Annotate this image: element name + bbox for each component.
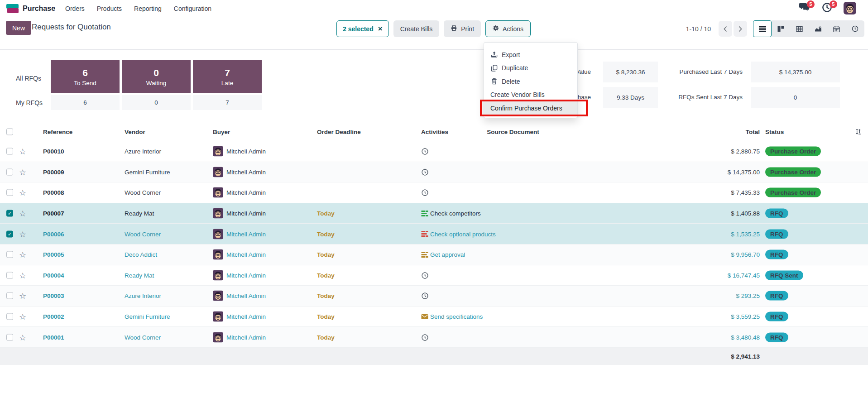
favorite-star-icon[interactable]: ☆ [19, 229, 26, 239]
table-row[interactable]: ☆ P00001 Wood Corner Mitchell Admin Toda… [0, 327, 868, 348]
actions-menu-item[interactable]: Duplicate [484, 62, 577, 75]
clock-icon [421, 292, 429, 300]
activity-cell[interactable]: Send specifications [421, 313, 483, 320]
row-checkbox[interactable] [6, 148, 13, 155]
rfq-stat-card-my[interactable]: 6 [51, 95, 120, 110]
print-button[interactable]: Print [444, 20, 481, 37]
all-rfqs-label[interactable]: All RFQs [16, 75, 41, 82]
deadline-cell: Today [317, 272, 335, 278]
rfq-stat-card[interactable]: 0 Waiting [122, 60, 191, 93]
total-cell: $ 2,880.75 [675, 148, 760, 155]
actions-menu-item[interactable]: Confirm Purchase Orders [484, 101, 577, 115]
buyer-cell: Mitchell Admin [213, 249, 266, 260]
row-checkbox[interactable] [6, 334, 13, 340]
actions-menu-item[interactable]: Export [484, 48, 577, 62]
column-header[interactable]: Buyer [213, 128, 230, 135]
calendar-view-icon[interactable] [827, 20, 846, 37]
pivot-view-icon[interactable] [790, 20, 809, 37]
activity-cell[interactable]: Check competitors [421, 210, 481, 217]
status-badge: Purchase Order [765, 188, 821, 197]
row-checkbox[interactable] [6, 189, 13, 196]
activity-cell[interactable]: Check optional products [421, 230, 496, 237]
create-bills-button[interactable]: Create Bills [393, 20, 440, 37]
rfq-stat-card[interactable]: 6 To Send [51, 60, 120, 93]
buyer-cell: Mitchell Admin [213, 208, 266, 219]
nav-menu-item[interactable]: Orders [65, 5, 85, 12]
new-button[interactable]: New [6, 21, 31, 35]
row-checkbox[interactable] [6, 168, 13, 175]
table-row[interactable]: ☆ P00010 Azure Interior Mitchell Admin $… [0, 141, 868, 162]
table-row[interactable]: ✓ ☆ P00006 Wood Corner Mitchell Admin To… [0, 224, 868, 244]
nav-menu-item[interactable]: Configuration [174, 5, 211, 12]
row-checkbox[interactable] [6, 313, 13, 320]
rfq-stat-card[interactable]: 7 Late [193, 60, 262, 93]
favorite-star-icon[interactable]: ☆ [19, 270, 26, 280]
favorite-star-icon[interactable]: ☆ [19, 250, 26, 259]
actions-menu-item[interactable]: Create Vendor Bills [484, 88, 577, 102]
pager-previous-button[interactable] [719, 21, 732, 37]
buyer-avatar [213, 146, 223, 157]
table-row[interactable]: ☆ P00003 Azure Interior Mitchell Admin T… [0, 286, 868, 307]
row-checkbox[interactable] [6, 251, 13, 258]
favorite-star-icon[interactable]: ☆ [19, 332, 26, 342]
column-header[interactable]: Order Deadline [317, 128, 361, 135]
activity-cell[interactable]: Get approval [421, 251, 465, 258]
table-row[interactable]: ☆ P00004 Ready Mat Mitchell Admin Today … [0, 265, 868, 286]
row-checkbox[interactable] [6, 272, 13, 278]
messages-icon[interactable]: 5 [798, 2, 810, 14]
favorite-star-icon[interactable]: ☆ [19, 209, 26, 218]
nav-menu-item[interactable]: Products [97, 5, 122, 12]
clear-selection-icon[interactable]: × [378, 25, 383, 33]
table-row[interactable]: ☆ P00008 Wood Corner Mitchell Admin $ 7,… [0, 182, 868, 203]
actions-menu-item[interactable]: Delete [484, 75, 577, 88]
app-name[interactable]: Purchase [23, 5, 55, 13]
adjust-columns-icon[interactable] [855, 128, 862, 135]
favorite-star-icon[interactable]: ☆ [19, 291, 26, 301]
selected-count-chip[interactable]: 2 selected × [336, 20, 389, 37]
user-avatar[interactable] [844, 2, 856, 14]
upload-icon [490, 51, 498, 58]
row-checkbox[interactable]: ✓ [6, 210, 13, 217]
column-header[interactable]: Source Document [481, 128, 545, 135]
activity-cell[interactable] [421, 168, 431, 176]
rfq-stat-card-my[interactable]: 7 [193, 95, 262, 110]
column-header[interactable]: Status [765, 128, 784, 135]
favorite-star-icon[interactable]: ☆ [19, 147, 26, 156]
column-header[interactable]: Vendor [125, 128, 145, 135]
kanban-view-icon[interactable] [772, 20, 790, 37]
rfq-stat-card-my[interactable]: 0 [122, 95, 191, 110]
list-green-icon [421, 210, 428, 216]
my-rfqs-label[interactable]: My RFQs [16, 99, 43, 106]
reference-cell: P00006 [43, 230, 64, 237]
buyer-cell: Mitchell Admin [213, 291, 266, 301]
table-body: ☆ P00010 Azure Interior Mitchell Admin $… [0, 141, 868, 348]
activity-cell[interactable] [421, 148, 431, 155]
activity-cell[interactable] [421, 189, 431, 196]
table-row[interactable]: ✓ ☆ P00007 Ready Mat Mitchell Admin Toda… [0, 203, 868, 224]
favorite-star-icon[interactable]: ☆ [19, 167, 26, 177]
odoo-logo-icon[interactable] [6, 4, 19, 14]
activity-cell[interactable] [421, 292, 431, 300]
table-row[interactable]: ☆ P00009 Gemini Furniture Mitchell Admin… [0, 162, 868, 183]
column-header[interactable]: Activities [421, 128, 448, 135]
activity-cell[interactable] [421, 333, 431, 341]
table-row[interactable]: ☆ P00005 Deco Addict Mitchell Admin Toda… [0, 244, 868, 265]
list-view-icon[interactable] [753, 20, 772, 37]
activity-view-icon[interactable] [846, 20, 864, 37]
column-header[interactable]: Total [675, 128, 760, 135]
pager-next-button[interactable] [734, 21, 747, 37]
column-header[interactable]: Reference [43, 128, 72, 135]
nav-menu-item[interactable]: Reporting [134, 5, 162, 12]
rfq-card-column: 0 Waiting 0 [122, 60, 191, 110]
favorite-star-icon[interactable]: ☆ [19, 312, 26, 321]
graph-view-icon[interactable] [809, 20, 827, 37]
activities-clock-icon[interactable]: 5 [821, 2, 833, 14]
row-checkbox[interactable] [6, 292, 13, 299]
actions-button[interactable]: Actions [485, 20, 531, 37]
favorite-star-icon[interactable]: ☆ [19, 188, 26, 197]
table-row[interactable]: ☆ P00002 Gemini Furniture Mitchell Admin… [0, 307, 868, 327]
row-checkbox[interactable]: ✓ [6, 230, 13, 237]
select-all-checkbox[interactable] [6, 128, 13, 135]
activity-cell[interactable] [421, 271, 431, 279]
status-badge: RFQ [765, 312, 788, 321]
